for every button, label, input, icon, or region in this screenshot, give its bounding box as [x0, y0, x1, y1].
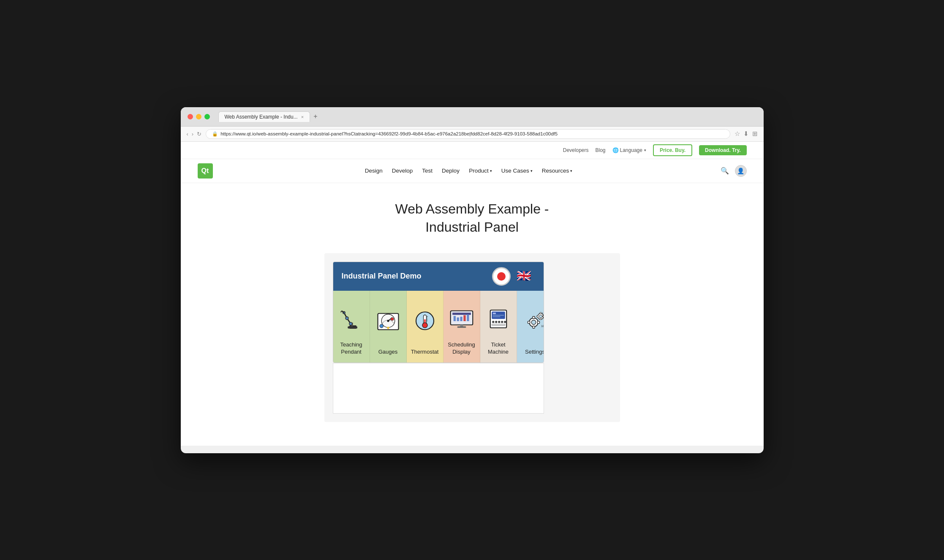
qt-navbar: Qt Design Develop Test Deploy Product ▾ …	[181, 159, 764, 183]
nav-deploy[interactable]: Deploy	[442, 168, 460, 174]
panel-cell-settings[interactable]: 110 01 1010 Settings	[517, 291, 544, 363]
svg-point-17	[387, 327, 389, 329]
record-button[interactable]	[492, 267, 511, 286]
resources-dropdown-arrow: ▾	[570, 169, 572, 173]
website-content: Developers Blog 🌐 Language ▾ Price. Buy.…	[181, 142, 764, 446]
nav-resources[interactable]: Resources ▾	[542, 168, 573, 174]
svg-point-38	[492, 321, 494, 323]
url-text: https://www.qt.io/web-assembly-example-i…	[220, 131, 724, 136]
panel-cell-gauges[interactable]: Gauges	[370, 291, 407, 363]
nav-product[interactable]: Product ▾	[469, 168, 492, 174]
settings-icon-area: 110 01 1010	[520, 299, 544, 344]
search-icon[interactable]: 🔍	[721, 167, 729, 175]
qt-logo[interactable]: Qt	[198, 163, 213, 179]
blog-link[interactable]: Blog	[595, 147, 605, 153]
nav-design[interactable]: Design	[365, 168, 383, 174]
extensions-icon[interactable]: ⊞	[752, 130, 758, 138]
demo-container: Industrial Panel Demo 🇬🇧	[324, 253, 620, 422]
svg-text:01: 01	[542, 314, 544, 317]
svg-rect-45	[492, 315, 503, 316]
reload-button[interactable]: ↻	[197, 131, 201, 137]
below-panel-area	[333, 363, 544, 414]
svg-rect-32	[463, 315, 465, 321]
settings-icon: 110 01 1010	[520, 307, 544, 336]
qt-nav-right: 🔍 👤	[721, 165, 747, 177]
svg-rect-49	[532, 317, 534, 319]
back-button[interactable]: ‹	[187, 131, 188, 137]
svg-point-54	[539, 315, 542, 318]
settings-label: Settings	[525, 349, 544, 356]
developers-link[interactable]: Developers	[563, 147, 589, 153]
panel-cell-thermostat[interactable]: Thermostat	[407, 291, 443, 363]
thermostat-icon	[410, 307, 440, 336]
price-buy-button[interactable]: Price. Buy.	[653, 144, 692, 156]
svg-rect-33	[467, 314, 469, 321]
ticket-machine-label: TicketMachine	[488, 341, 509, 356]
svg-rect-35	[457, 326, 466, 328]
globe-icon: 🌐	[612, 147, 619, 153]
page-title-line2: Industrial Panel	[425, 219, 519, 235]
svg-rect-43	[492, 324, 505, 326]
tab-close-button[interactable]: ×	[301, 114, 304, 119]
gauges-label: Gauges	[378, 349, 398, 356]
teaching-pendant-icon-area	[337, 299, 366, 337]
svg-point-39	[495, 321, 497, 323]
language-label: Language	[620, 147, 642, 153]
title-bar: Web Assembly Example - Indu... × +	[181, 107, 764, 127]
scheduling-display-label: SchedulingDisplay	[448, 341, 475, 356]
download-icon[interactable]: ⬇	[743, 130, 749, 138]
download-try-button[interactable]: Download. Try.	[699, 145, 746, 155]
lock-icon: 🔒	[212, 131, 218, 137]
language-flag[interactable]: 🇬🇧	[517, 270, 535, 283]
nav-develop[interactable]: Develop	[392, 168, 413, 174]
panel-cell-teaching-pendant[interactable]: TeachingPendant	[333, 291, 370, 363]
gauges-icon	[373, 307, 403, 336]
svg-point-21	[422, 323, 427, 328]
svg-point-41	[501, 321, 503, 323]
close-button[interactable]	[188, 114, 193, 119]
user-account-icon[interactable]: 👤	[735, 165, 747, 177]
active-tab[interactable]: Web Assembly Example - Indu... ×	[218, 111, 310, 122]
thermostat-label: Thermostat	[411, 349, 439, 356]
qt-topbar: Developers Blog 🌐 Language ▾ Price. Buy.…	[181, 142, 764, 159]
nav-use-cases[interactable]: Use Cases ▾	[501, 168, 533, 174]
language-selector[interactable]: 🌐 Language ▾	[612, 147, 646, 153]
ticket-machine-icon	[484, 303, 513, 333]
traffic-lights	[188, 114, 210, 119]
page-title: Web Assembly Example - Industrial Panel	[395, 200, 549, 236]
svg-rect-10	[348, 326, 357, 328]
svg-point-15	[391, 318, 394, 321]
page-title-line1: Web Assembly Example -	[395, 201, 549, 216]
svg-point-14	[387, 320, 389, 322]
forward-button[interactable]: ›	[192, 131, 193, 137]
svg-rect-30	[457, 317, 459, 321]
scheduling-display-icon-area	[447, 299, 476, 337]
bookmark-icon[interactable]: ☆	[735, 130, 740, 138]
panel-cell-scheduling-display[interactable]: SchedulingDisplay	[443, 291, 480, 363]
svg-point-5	[345, 317, 348, 319]
svg-rect-57	[536, 316, 538, 317]
minimize-button[interactable]	[196, 114, 201, 119]
svg-point-16	[379, 324, 383, 328]
panel-controls: 🇬🇧	[492, 267, 535, 286]
new-tab-button[interactable]: +	[313, 113, 317, 120]
panel-cell-ticket-machine[interactable]: TicketMachine	[480, 291, 517, 363]
nav-buttons: ‹ › ↻	[187, 131, 202, 137]
url-bar[interactable]: 🔒 https://www.qt.io/web-assembly-example…	[206, 129, 730, 139]
record-icon	[497, 272, 506, 281]
scheduling-display-icon	[447, 303, 476, 333]
use-cases-dropdown-arrow: ▾	[530, 169, 533, 173]
svg-rect-51	[528, 321, 530, 323]
maximize-button[interactable]	[204, 114, 210, 119]
svg-rect-44	[492, 313, 495, 314]
thermostat-icon-area	[410, 299, 440, 344]
teaching-pendant-icon	[337, 303, 366, 333]
svg-rect-31	[460, 317, 462, 321]
nav-test[interactable]: Test	[422, 168, 433, 174]
gauges-icon-area	[373, 299, 403, 344]
qt-nav-links: Design Develop Test Deploy Product ▾ Use…	[230, 168, 708, 174]
panel-grid: TeachingPendant	[333, 291, 544, 363]
tab-bar: Web Assembly Example - Indu... × +	[218, 111, 757, 122]
panel-header-title: Industrial Panel Demo	[342, 272, 422, 281]
svg-rect-50	[532, 326, 534, 328]
